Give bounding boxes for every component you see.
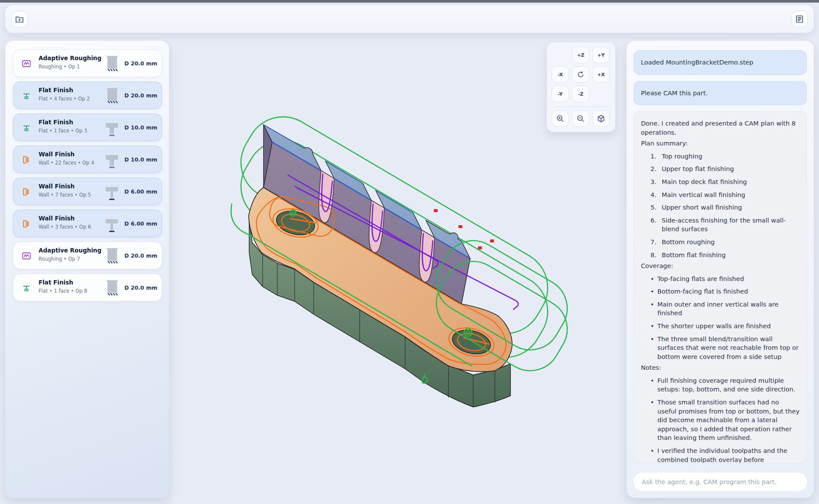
list-item-text: Upper top flat finishing (662, 165, 800, 174)
user-message-bubble: Loaded MountingBracketDemo.step (634, 50, 807, 75)
operation-card-op8[interactable]: Flat FinishFlat • 1 face • Op 8D 20.0 mm (13, 274, 162, 301)
operation-card-op6[interactable]: Wall FinishWall • 3 faces • Op 6D 6.00 m… (13, 210, 162, 237)
numbered-list-item: 6.Side-access finishing for the small wa… (650, 216, 800, 234)
message-paragraph: Done. I created and presented a CAM plan… (641, 119, 800, 137)
list-item-text: The three small blend/transition wall su… (657, 335, 800, 362)
view-axis-button-plusY[interactable]: +Y (592, 47, 610, 63)
user-message-bubble: Please CAM this part. (634, 81, 807, 106)
operation-card-op7[interactable]: Adaptive RoughingRoughing • Op 7D 20.0 m… (13, 242, 162, 269)
operation-title: Flat Finish (39, 119, 73, 126)
rotate-view-button[interactable] (572, 66, 589, 83)
operation-type-badge (19, 56, 34, 71)
list-item-text: Top-facing flats are finished (657, 275, 800, 284)
list-marker: • (650, 275, 657, 284)
operation-card-op2[interactable]: Flat FinishFlat • 4 faces • Op 2D 20.0 m… (13, 81, 162, 109)
tool-preview (103, 278, 121, 300)
message-paragraph: Notes: (641, 363, 800, 372)
tool-flat-endmill-20 (103, 246, 121, 266)
operation-card-op5[interactable]: Wall FinishWall • 7 faces • Op 5D 6.00 m… (13, 178, 162, 205)
tool-preview (103, 214, 121, 236)
view-axis-button-minusX[interactable]: -X (552, 66, 569, 83)
zoom-buttons (551, 110, 611, 128)
message-paragraph: Please CAM this part. (641, 89, 800, 98)
rotate-view-icon (576, 70, 585, 79)
operation-type-badge (19, 120, 34, 135)
operation-title: Flat Finish (39, 87, 73, 94)
zoom-in-icon (556, 114, 565, 123)
flat-finish-icon (21, 90, 32, 101)
numbered-list-item: 5.Upper short wall finishing (650, 203, 800, 212)
bullet-list-item: •The three small blend/transition wall s… (650, 335, 800, 362)
tool-endmill-6 (103, 214, 121, 234)
tool-preview (103, 246, 121, 268)
operation-type-badge (19, 184, 34, 199)
flat-finish-icon (21, 123, 32, 133)
document-lines-icon (795, 14, 804, 24)
tool-diameter-label: D 6.00 mm (124, 188, 157, 195)
list-marker: 8. (650, 251, 662, 260)
operation-card-op4[interactable]: Wall FinishWall • 22 faces • Op 4D 10.0 … (13, 145, 162, 173)
list-marker: • (650, 398, 657, 443)
wall-finish-icon (21, 155, 32, 165)
view-axis-button-minusY[interactable]: -Y (552, 86, 569, 102)
view-controls-divider (553, 107, 609, 107)
list-item-text: I verified the individual toolpaths and … (657, 446, 800, 463)
operation-card-op3[interactable]: Flat FinishFlat • 1 face • Op 3D 10.0 mm (13, 113, 162, 141)
list-marker: • (650, 376, 657, 394)
list-item-text: Main top deck flat finishing (662, 178, 800, 187)
operation-subtitle: Flat • 1 face • Op 8 (39, 288, 87, 294)
list-item-text: Those small transition surfaces had no u… (657, 398, 800, 443)
zoom-out-icon (576, 114, 585, 123)
agent-chat-input[interactable] (633, 472, 808, 492)
session-log-button[interactable] (791, 11, 808, 27)
fit-button[interactable] (592, 110, 610, 127)
message-paragraph: Loaded MountingBracketDemo.step (641, 58, 800, 67)
tool-endmill-10 (103, 118, 121, 138)
list-marker: • (650, 322, 657, 331)
tool-preview (103, 150, 121, 171)
spacer (592, 86, 610, 102)
operation-subtitle: Roughing • Op 1 (39, 64, 80, 70)
roughing-icon (21, 251, 32, 261)
operation-subtitle: Flat • 1 face • Op 3 (39, 128, 87, 134)
tool-endmill-10 (103, 150, 121, 170)
list-marker: 6. (650, 216, 662, 234)
tool-preview (103, 86, 121, 107)
operation-card-op1[interactable]: Adaptive RoughingRoughing • Op 1D 20.0 m… (13, 49, 162, 77)
operation-type-badge (19, 88, 34, 103)
assistant-message-bubble: Done. I created and presented a CAM plan… (634, 111, 807, 463)
list-marker: 3. (650, 178, 662, 187)
chat-input-row (627, 468, 814, 498)
zoom-out-button[interactable] (572, 110, 589, 127)
list-marker: • (650, 335, 657, 362)
list-item-text: Side-access finishing for the small wall… (662, 216, 800, 234)
list-marker: 7. (650, 238, 662, 247)
list-item-text: Main vertical wall finishing (662, 191, 800, 200)
view-axis-button-plusX[interactable]: +X (592, 66, 610, 83)
zoom-in-button[interactable] (552, 110, 569, 127)
operation-title: Wall Finish (39, 215, 75, 222)
import-model-button[interactable] (11, 11, 28, 27)
bullet-list-item: •Main outer and inner vertical walls are… (650, 300, 800, 318)
list-item-text: Top roughing (662, 152, 800, 161)
wall-finish-icon (21, 219, 32, 229)
operation-type-badge (19, 216, 34, 231)
message-paragraph: Coverage: (641, 262, 800, 271)
top-toolbar (5, 5, 814, 33)
list-item-text: Upper short wall finishing (662, 203, 800, 212)
tool-preview (103, 118, 121, 139)
view-axis-button-plusZ[interactable]: +Z (572, 47, 589, 63)
list-item-text: Bottom roughing (662, 238, 800, 247)
operation-list: Adaptive RoughingRoughing • Op 1D 20.0 m… (5, 41, 169, 308)
list-item-text: Bottom-facing flat is finished (657, 287, 800, 296)
fit-view-cube-icon (597, 114, 605, 123)
list-marker: • (650, 446, 657, 463)
numbered-list-item: 4.Main vertical wall finishing (650, 191, 800, 200)
window-top-edge (0, 0, 819, 3)
message-paragraph: Plan summary: (641, 139, 800, 148)
numbered-list-item: 3.Main top deck flat finishing (650, 178, 800, 187)
list-marker: • (650, 287, 657, 296)
operation-type-badge (19, 281, 34, 295)
list-item-text: Main outer and inner vertical walls are … (657, 300, 800, 318)
view-axis-button-minusZ[interactable]: -Z (572, 86, 589, 102)
